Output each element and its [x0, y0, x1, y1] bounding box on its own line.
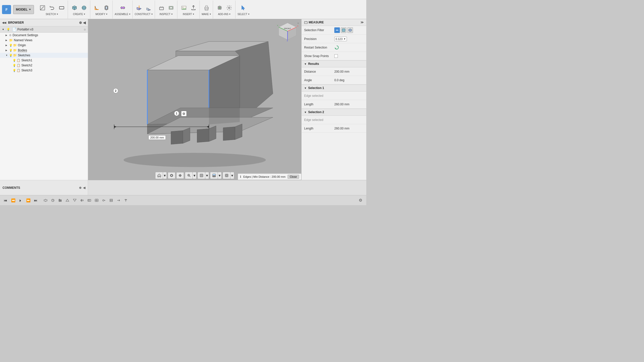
inspect-label[interactable]: INSPECT ▼ — [159, 13, 173, 16]
results-section-header[interactable]: ▼ Results — [302, 61, 366, 67]
comments-add-icon[interactable]: ⊕ — [79, 186, 82, 190]
selection-marker-settings[interactable]: ⚙ — [181, 111, 187, 116]
browser-collapse-icon[interactable]: ◀◀ — [2, 21, 6, 24]
precision-select[interactable]: 0.123 ▼ — [334, 37, 347, 41]
svg-marker-103 — [73, 199, 76, 201]
restart-icon[interactable] — [334, 45, 339, 50]
browser-collapse-right[interactable]: ◀ — [83, 21, 86, 25]
named-views-arrow[interactable]: ▶ — [6, 39, 9, 41]
toolbar-group-addins: ADD-INS ▼ — [214, 1, 235, 19]
vp-navigate-group: ▼ — [155, 172, 167, 179]
tl-tool-12[interactable] — [123, 197, 129, 204]
tl-tool-6[interactable] — [79, 197, 85, 204]
doc-settings-arrow[interactable]: ▶ — [6, 34, 9, 36]
vp-display-arrow[interactable]: ▼ — [205, 172, 209, 179]
model-mode-button[interactable]: MODEL ▼ — [13, 5, 34, 14]
insert-label[interactable]: INSERT ▼ — [183, 13, 194, 16]
make-icon-print[interactable] — [202, 3, 211, 12]
timeline-settings-btn[interactable]: ⚙ — [357, 197, 364, 204]
svg-marker-93 — [349, 29, 352, 32]
vp-zoom-tool[interactable] — [185, 172, 193, 179]
playback-prev[interactable]: ⏪ — [10, 197, 16, 203]
insert-icon-upload[interactable] — [189, 3, 198, 12]
vp-zoom-arrow[interactable]: ▼ — [193, 172, 196, 179]
browser-item-sketch1[interactable]: 💡 📋 Sketch1 — [0, 58, 88, 63]
select-icon-cursor[interactable] — [239, 3, 248, 12]
origin-arrow[interactable]: ▶ — [6, 44, 9, 47]
bodies-arrow[interactable]: ▶ — [6, 49, 9, 52]
vp-orbit-tool[interactable] — [168, 172, 175, 179]
viewport[interactable]: 200.00 mm 2 1 ⚙ — [88, 19, 301, 180]
tl-tool-7[interactable] — [86, 197, 93, 204]
filter-face-icon[interactable] — [341, 27, 346, 33]
measure-panel-expand[interactable]: ≫ — [360, 21, 364, 24]
close-button[interactable]: Close — [288, 175, 299, 179]
browser-item-sketch2[interactable]: 💡 📋 Sketch2 — [0, 63, 88, 68]
modify-label[interactable]: MODIFY ▼ — [95, 13, 108, 16]
browser-item-named-views[interactable]: ▶ 📁 Named Views — [0, 38, 88, 43]
sketch-icon-pencil[interactable] — [38, 3, 47, 12]
selection2-status-row: Edge selected — [302, 116, 366, 124]
vp-home-tool[interactable] — [155, 172, 163, 179]
playback-start[interactable]: ⏮ — [3, 197, 9, 203]
sketch-icon-rect[interactable] — [57, 3, 66, 12]
inspect-icon-analysis[interactable] — [167, 3, 176, 12]
addins-icon-plugin[interactable] — [215, 3, 224, 12]
modify-icon-fillet[interactable] — [92, 3, 101, 12]
create-icon-box[interactable] — [70, 3, 79, 12]
tl-tool-3[interactable] — [57, 197, 63, 204]
sketch-icon-undo[interactable] — [48, 3, 57, 12]
insert-icon-photo[interactable] — [179, 3, 188, 12]
tl-tool-4[interactable] — [64, 197, 71, 204]
comments-collapse-icon[interactable]: ◀ — [83, 186, 85, 190]
viewcube[interactable]: FRONT X Y Z ✕ — [276, 22, 299, 42]
inspect-icon-measure[interactable] — [157, 3, 166, 12]
snap-checkbox[interactable] — [334, 54, 338, 58]
construct-icon-plane[interactable] — [135, 3, 144, 12]
vp-arrow-down[interactable]: ▼ — [163, 172, 167, 179]
create-label[interactable]: CREATE ▼ — [73, 13, 86, 16]
construct-label[interactable]: CONSTRUCT ▼ — [135, 13, 153, 16]
browser-item-bodies[interactable]: ▶ 💡 📁 Bodies — [0, 48, 88, 53]
filter-body-icon[interactable] — [347, 27, 353, 33]
browser-root-item[interactable]: ▼ 💡 📄 Portalibri v3 ⊙ — [0, 26, 88, 33]
selection1-section-header[interactable]: ▼ Selection 1 — [302, 85, 366, 92]
tl-tool-9[interactable] — [101, 197, 107, 204]
tl-tool-1[interactable] — [42, 197, 49, 204]
vp-env-arrow[interactable]: ▼ — [218, 172, 221, 179]
modify-icon-shell[interactable] — [102, 3, 111, 12]
sketch-label[interactable]: SKETCH ▼ — [46, 13, 58, 16]
tl-tool-11[interactable] — [115, 197, 122, 204]
playback-play[interactable]: ⏵ — [18, 197, 24, 203]
tl-tool-2[interactable] — [50, 197, 56, 204]
browser-item-origin[interactable]: ▶ 💡 📁 Origin — [0, 43, 88, 48]
info-bar-text: Edges | Min Distance : 200.00 mm — [243, 175, 286, 178]
browser-item-sketches[interactable]: ▼ 💡 📁 Sketches — [0, 53, 88, 58]
vp-display-mode[interactable] — [198, 172, 205, 179]
selection2-section-header[interactable]: ▼ Selection 2 — [302, 109, 366, 116]
tl-tool-8[interactable] — [93, 197, 100, 204]
create-icon-sphere[interactable] — [79, 3, 89, 12]
vp-pan-tool[interactable] — [176, 172, 184, 179]
browser-pin-icon[interactable]: ⊕ — [79, 21, 82, 25]
browser-item-sketch3[interactable]: 💡 📋 Sketch3 — [0, 68, 88, 73]
browser-item-doc-settings[interactable]: ▶ ⚙ Document Settings — [0, 33, 88, 38]
addins-icon-gear[interactable] — [225, 3, 234, 12]
vp-effects-arrow[interactable]: ▼ — [230, 172, 234, 179]
playback-next[interactable]: ⏩ — [25, 197, 31, 203]
assemble-label[interactable]: ASSEMBLE ▼ — [115, 13, 131, 16]
root-expand-arrow[interactable]: ▼ — [2, 28, 6, 31]
construct-icon-axis[interactable] — [144, 3, 153, 12]
sketches-arrow[interactable]: ▼ — [6, 54, 9, 57]
tl-tool-5[interactable] — [71, 197, 78, 204]
assemble-icon-joint[interactable] — [118, 3, 127, 12]
vp-effects-mode[interactable] — [223, 172, 230, 179]
select-label[interactable]: SELECT ▼ — [237, 13, 250, 16]
make-label[interactable]: MAKE ▼ — [202, 13, 211, 16]
vp-env-mode[interactable] — [210, 172, 218, 179]
addins-label[interactable]: ADD-INS ▼ — [218, 13, 231, 16]
tl-tool-10[interactable] — [108, 197, 114, 204]
playback-end[interactable]: ⏭ — [33, 197, 39, 203]
filter-edge-icon[interactable] — [334, 27, 340, 33]
root-item-settings[interactable]: ⊙ — [84, 28, 86, 31]
